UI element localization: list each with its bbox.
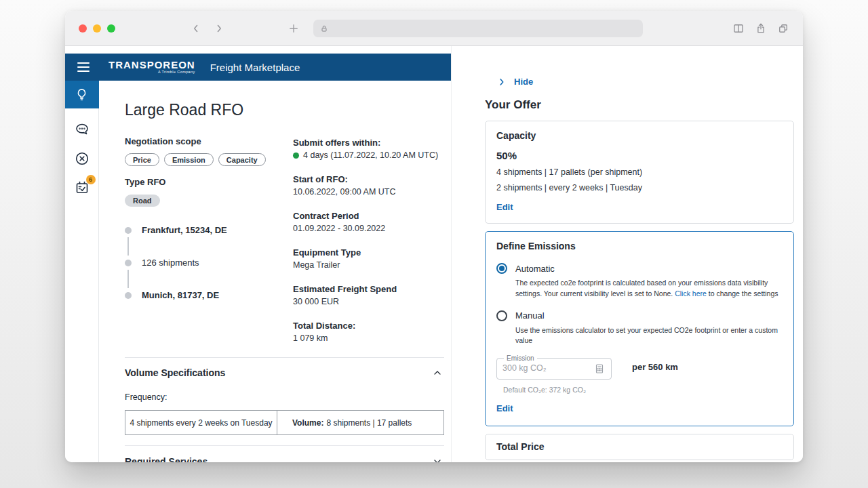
radio-automatic[interactable] — [496, 263, 507, 274]
address-bar[interactable] — [313, 20, 643, 37]
automatic-description: The expected co2e footprint is calculate… — [515, 278, 781, 300]
sidebar-item-messages[interactable] — [74, 121, 90, 138]
sidebar-item-opportunities[interactable] — [65, 81, 99, 108]
detail-submit-offers: Submit offers within: 4 days (11.07.2022… — [293, 138, 444, 160]
manual-option[interactable]: Manual — [496, 310, 783, 321]
chat-icon — [74, 121, 90, 138]
sidebar-item-declined[interactable] — [74, 150, 90, 167]
tabs-icon[interactable] — [777, 22, 789, 35]
minimize-button[interactable] — [93, 24, 101, 33]
forward-icon[interactable] — [213, 22, 225, 35]
volume-cell: Volume: 8 shipments | 17 pallets — [277, 411, 443, 434]
route-dot — [125, 227, 132, 234]
type-rfo-label: Type RFO — [125, 177, 293, 187]
emissions-edit-link[interactable]: Edit — [496, 403, 513, 413]
emissions-card: Define Emissions Automatic The expected … — [485, 231, 794, 426]
browser-toolbar — [65, 11, 803, 46]
radio-manual[interactable] — [496, 310, 507, 321]
menu-icon[interactable] — [75, 62, 99, 72]
emission-input[interactable] — [502, 362, 583, 375]
chip-capacity: Capacity — [218, 153, 266, 166]
chip-road: Road — [125, 195, 160, 207]
status-dot — [293, 152, 299, 159]
chip-price: Price — [125, 153, 159, 166]
transporeon-logo: TRANSPOREON A Trimble Company — [108, 60, 195, 74]
volume-specifications-header[interactable]: Volume Specifications — [125, 358, 444, 378]
route-dot — [125, 292, 132, 299]
automatic-option[interactable]: Automatic — [496, 263, 783, 274]
new-tab-icon[interactable] — [288, 22, 300, 35]
route-connector — [127, 270, 129, 288]
detail-equipment-type: Equipment Type Mega Trailer — [293, 247, 444, 270]
scope-chips: Price Emission Capacity — [125, 153, 293, 166]
route-connector — [127, 237, 129, 256]
frequency-table: 4 shipments every 2 weeks on Tuesday Vol… — [125, 410, 444, 435]
lock-icon — [320, 24, 328, 33]
default-co2e-note: Default CO₂e: 372 kg CO₂ — [503, 386, 783, 394]
chevron-down-icon[interactable] — [432, 456, 443, 462]
per-distance-label: per 560 km — [632, 362, 678, 372]
capacity-line1: 4 shipments | 17 pallets (per shipment) — [496, 167, 783, 177]
total-price-card: Total Price — [485, 434, 794, 460]
reader-icon[interactable] — [732, 22, 745, 35]
rfo-summary: Submit offers within: 4 days (11.07.2022… — [293, 136, 444, 357]
share-icon[interactable] — [755, 22, 767, 35]
negotiation-scope-label: Negotiation scope — [125, 136, 293, 146]
back-icon[interactable] — [190, 22, 202, 35]
offer-panel: Hide Your Offer Capacity 50% 4 shipments… — [451, 46, 803, 462]
detail-contract-period: Contract Period 01.09.2022 - 30.09.2022 — [293, 211, 444, 233]
hide-panel-button[interactable]: Hide — [497, 77, 794, 87]
zoom-button[interactable] — [107, 24, 115, 33]
page-title: Large Road RFO — [125, 101, 444, 119]
route-shipments: 126 shipments — [142, 258, 293, 268]
traffic-lights — [79, 24, 115, 33]
chevron-right-icon — [497, 77, 507, 87]
browser-window: TRANSPOREON A Trimble Company Freight Ma… — [65, 11, 803, 462]
detail-total-distance: Total Distance: 1 079 km — [293, 321, 444, 343]
frequency-label: Frequency: — [125, 392, 444, 402]
calculator-icon[interactable] — [593, 363, 606, 375]
notification-badge: 6 — [86, 175, 96, 184]
capacity-percent: 50% — [496, 150, 783, 161]
frequency-cell: 4 shipments every 2 weeks on Tuesday — [125, 411, 277, 434]
emission-field: Emission — [496, 354, 612, 380]
manual-description: Use the emissions calculator to set your… — [515, 325, 781, 347]
detail-start-of-rfo: Start of RFO: 10.06.2022, 09:00 AM UTC — [293, 174, 444, 197]
app-header: TRANSPOREON A Trimble Company Freight Ma… — [65, 54, 451, 81]
detail-freight-spend: Estimated Freight Spend 30 000 EUR — [293, 284, 444, 306]
route-destination: Munich, 81737, DE — [142, 290, 293, 300]
rfo-pane: TRANSPOREON A Trimble Company Freight Ma… — [65, 46, 451, 462]
required-services-header[interactable]: Required Services — [125, 446, 444, 462]
chevron-up-icon[interactable] — [432, 367, 443, 378]
capacity-edit-link[interactable]: Edit — [496, 202, 513, 212]
chip-emission: Emission — [164, 153, 214, 166]
app-title: Freight Marketplace — [210, 62, 300, 73]
rfo-details: Large Road RFO Negotiation scope Price E… — [99, 81, 451, 462]
close-button[interactable] — [79, 24, 87, 33]
capacity-card: Capacity 50% 4 shipments | 17 pallets (p… — [485, 121, 794, 224]
lightbulb-icon — [75, 87, 89, 102]
route: Frankfurt, 15234, DE 126 shipments Munic… — [125, 225, 293, 300]
route-dot — [125, 260, 132, 266]
sidebar-item-bookings[interactable]: 6 — [74, 180, 90, 196]
icon-sidebar: 6 — [65, 81, 99, 462]
click-here-link[interactable]: Click here — [675, 289, 707, 298]
route-origin: Frankfurt, 15234, DE — [142, 225, 293, 235]
cancel-circle-icon — [74, 150, 90, 167]
capacity-line2: 2 shipments | every 2 weeks | Tuesday — [496, 183, 783, 192]
offer-title: Your Offer — [485, 98, 794, 112]
